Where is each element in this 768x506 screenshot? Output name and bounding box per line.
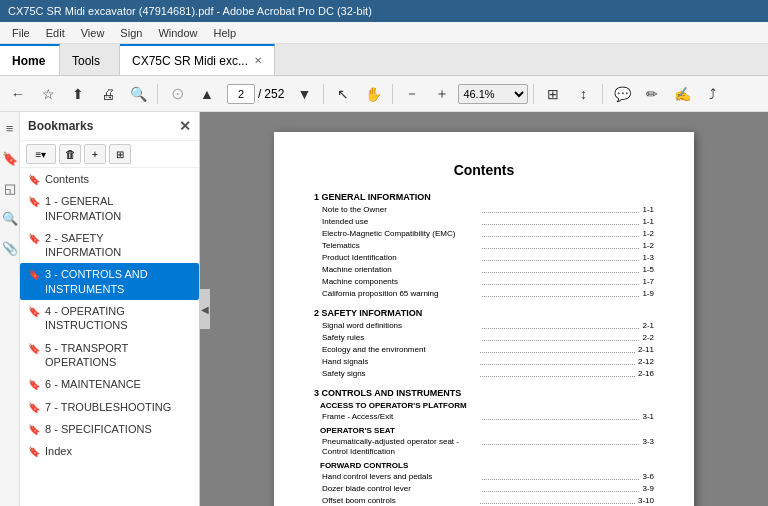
tab-close-button[interactable]: ✕ [254, 55, 262, 66]
toc-sec2-header: 2 SAFETY INFORMATION [314, 308, 654, 318]
bookmarks-close[interactable]: ✕ [179, 118, 191, 134]
bookmark-icon-oi: 🔖 [28, 305, 40, 318]
bookmark-icon-tsi: 🔖 [28, 401, 40, 414]
bookmark-label-idx: Index [45, 444, 72, 458]
attachments-icon[interactable]: 📎 [0, 238, 20, 258]
collapse-handle[interactable]: ◀ [200, 289, 210, 329]
bookmark-btn[interactable]: ☆ [34, 81, 62, 107]
bookmark-list: 🔖 Contents 🔖 1 - GENERALINFORMATION 🔖 2 … [20, 168, 199, 506]
tab-tools[interactable]: Tools [60, 44, 120, 75]
scroll-btn[interactable]: ↕ [569, 81, 597, 107]
zoom-select[interactable]: 46.1% 50% 75% 100% [458, 84, 528, 104]
sep2 [323, 84, 324, 104]
bookmarks-title: Bookmarks [28, 119, 93, 133]
bookmark-operating[interactable]: 🔖 4 - OPERATINGINSTRUCTIONS [20, 300, 199, 337]
toc-access-header: ACCESS TO OPERATOR'S PLATFORM [320, 401, 654, 410]
toc-sec1-header: 1 GENERAL INFORMATION [314, 192, 654, 202]
comment-btn[interactable]: 💬 [608, 81, 636, 107]
hand-btn[interactable]: ✋ [359, 81, 387, 107]
bookmark-controls[interactable]: 🔖 3 - CONTROLS ANDINSTRUMENTS [20, 263, 199, 300]
tab-document-label: CX75C SR Midi exc... [132, 54, 248, 68]
pdf-area[interactable]: ◀ Contents 1 GENERAL INFORMATION Note to… [200, 112, 768, 506]
bookmark-general-info[interactable]: 🔖 1 - GENERALINFORMATION [20, 190, 199, 227]
bookmark-icon-mi: 🔖 [28, 378, 40, 391]
toc-entry: Product Identification1-3 [314, 253, 654, 264]
main-layout: ≡ 🔖 ◱ 🔍 📎 Bookmarks ✕ ≡▾ 🗑 + ⊞ 🔖 Content… [0, 112, 768, 506]
zoom-fit-btn[interactable]: 🔍 [124, 81, 152, 107]
prev-page-btn[interactable]: ▲ [193, 81, 221, 107]
toc-section-2: 2 SAFETY INFORMATION Signal word definit… [314, 308, 654, 380]
left-sidebar-icons: ≡ 🔖 ◱ 🔍 📎 [0, 112, 20, 506]
sep4 [533, 84, 534, 104]
bookmark-icon-ci: 🔖 [28, 268, 40, 281]
layers-icon[interactable]: ◱ [0, 178, 20, 198]
menu-file[interactable]: File [4, 25, 38, 41]
tab-document[interactable]: CX75C SR Midi exc... ✕ [120, 44, 275, 75]
bookmark-specifications[interactable]: 🔖 8 - SPECIFICATIONS [20, 418, 199, 440]
bm-add-btn[interactable]: + [84, 144, 106, 164]
bookmark-maintenance[interactable]: 🔖 6 - MAINTENANCE [20, 373, 199, 395]
print-btn[interactable]: 🖨 [94, 81, 122, 107]
zoom-out-btn[interactable]: － [398, 81, 426, 107]
bookmark-icon-si: 🔖 [28, 232, 40, 245]
toc-seat-header: OPERATOR'S SEAT [320, 426, 654, 435]
bookmark-label-oi: 4 - OPERATINGINSTRUCTIONS [45, 304, 128, 333]
pen-btn[interactable]: ✏ [638, 81, 666, 107]
bookmark-index[interactable]: 🔖 Index [20, 440, 199, 462]
tab-home-label: Home [12, 54, 45, 68]
bookmark-safety-info[interactable]: 🔖 2 - SAFETYINFORMATION [20, 227, 199, 264]
page-separator: / [258, 87, 261, 101]
upload-btn[interactable]: ⬆ [64, 81, 92, 107]
bookmark-label-contents: Contents [45, 172, 89, 186]
bm-expand-btn[interactable]: ⊞ [109, 144, 131, 164]
panel-toggle-icon[interactable]: ≡ [0, 118, 20, 138]
bookmark-icon-ti: 🔖 [28, 342, 40, 355]
toc-entry: California proposition 65 warning1-9 [314, 289, 654, 300]
toc-entry: Electro-Magnetic Compatibility (EMC)1-2 [314, 229, 654, 240]
toc-entry: Safety signs2-16 [314, 369, 654, 380]
title-bar-text: CX75C SR Midi excavator (47914681).pdf -… [8, 5, 372, 17]
menu-help[interactable]: Help [206, 25, 245, 41]
highlight-btn[interactable]: ✍ [668, 81, 696, 107]
toc-forward-header: FORWARD CONTROLS [320, 461, 654, 470]
tab-home[interactable]: Home [0, 44, 60, 75]
prev-page-circle-btn[interactable]: ⊙ [163, 81, 191, 107]
bookmark-label-tsi: 7 - TROUBLESHOOTING [45, 400, 171, 414]
bm-options-btn[interactable]: ≡▾ [26, 144, 56, 164]
bookmark-label-si: 2 - SAFETYINFORMATION [45, 231, 121, 260]
bookmark-icon-idx: 🔖 [28, 445, 40, 458]
toc-entry: Offset boom controls3-10 [314, 496, 654, 506]
share-btn[interactable]: ⤴ [698, 81, 726, 107]
menu-sign[interactable]: Sign [112, 25, 150, 41]
toc-entry: Machine orientation1-5 [314, 265, 654, 276]
cursor-btn[interactable]: ↖ [329, 81, 357, 107]
toc-entry: Intended use1-1 [314, 217, 654, 228]
total-pages: 252 [264, 87, 284, 101]
title-bar: CX75C SR Midi excavator (47914681).pdf -… [0, 0, 768, 22]
page-nav: / 252 [227, 84, 284, 104]
toc-entry: Machine components1-7 [314, 277, 654, 288]
bookmark-label-ti: 5 - TRANSPORTOPERATIONS [45, 341, 128, 370]
search-icon[interactable]: 🔍 [0, 208, 20, 228]
page-number-input[interactable] [227, 84, 255, 104]
toc-entry: Telematics1-2 [314, 241, 654, 252]
bm-delete-btn[interactable]: 🗑 [59, 144, 81, 164]
bookmarks-icon[interactable]: 🔖 [0, 148, 20, 168]
tab-bar: Home Tools CX75C SR Midi exc... ✕ [0, 44, 768, 76]
pdf-page: Contents 1 GENERAL INFORMATION Note to t… [274, 132, 694, 506]
grid-btn[interactable]: ⊞ [539, 81, 567, 107]
bookmark-contents[interactable]: 🔖 Contents [20, 168, 199, 190]
toc-title: Contents [314, 162, 654, 178]
bookmark-label-mi: 6 - MAINTENANCE [45, 377, 141, 391]
back-button[interactable]: ← [4, 81, 32, 107]
zoom-in-btn[interactable]: ＋ [428, 81, 456, 107]
menu-edit[interactable]: Edit [38, 25, 73, 41]
bookmark-troubleshooting[interactable]: 🔖 7 - TROUBLESHOOTING [20, 396, 199, 418]
menu-window[interactable]: Window [150, 25, 205, 41]
sep3 [392, 84, 393, 104]
next-page-btn[interactable]: ▼ [290, 81, 318, 107]
tab-tools-label: Tools [72, 54, 100, 68]
toc-entry: Ecology and the environment2-11 [314, 345, 654, 356]
bookmark-transport[interactable]: 🔖 5 - TRANSPORTOPERATIONS [20, 337, 199, 374]
menu-view[interactable]: View [73, 25, 113, 41]
